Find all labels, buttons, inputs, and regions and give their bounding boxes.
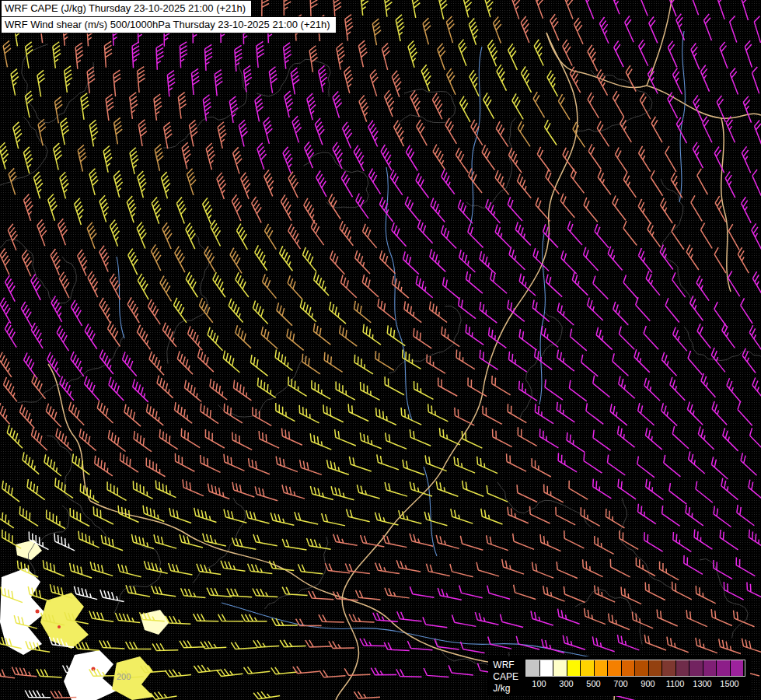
legend-tick: 900 bbox=[641, 679, 655, 688]
legend-swatch bbox=[567, 660, 581, 676]
legend-swatch bbox=[703, 660, 717, 676]
legend-swatch bbox=[676, 660, 690, 676]
legend-scale: 100300500700900110013001500 bbox=[525, 660, 745, 690]
legend-unit-label: J/kg bbox=[493, 683, 518, 695]
legend-swatch bbox=[649, 660, 663, 676]
legend-colorbar bbox=[525, 660, 745, 677]
legend-swatch bbox=[526, 660, 540, 676]
legend-swatch bbox=[731, 660, 745, 676]
weather-map-stage: WRF CAPE (J/kg) Thursday 23-10-2025 21:0… bbox=[0, 0, 761, 700]
legend-swatch bbox=[622, 660, 636, 676]
legend-swatch bbox=[717, 660, 731, 676]
legend-swatch bbox=[662, 660, 676, 676]
title-windshear: WRF Wind shear (m/s) 500/1000hPa Thursda… bbox=[1, 16, 337, 33]
legend-swatch bbox=[635, 660, 649, 676]
legend-swatch bbox=[553, 660, 567, 676]
legend-tick: 700 bbox=[613, 679, 627, 688]
legend-swatch bbox=[595, 660, 609, 676]
legend-tick: 500 bbox=[586, 679, 600, 688]
cape-legend: WRF CAPE J/kg 10030050070090011001300150… bbox=[488, 656, 750, 696]
map-canvas bbox=[0, 0, 761, 700]
legend-variable-label: CAPE bbox=[493, 671, 518, 683]
legend-caption: WRF CAPE J/kg bbox=[493, 660, 518, 695]
legend-swatch bbox=[581, 660, 595, 676]
contour-label: 200 bbox=[117, 672, 131, 681]
legend-swatch bbox=[689, 660, 703, 676]
legend-tick: 1300 bbox=[693, 679, 711, 688]
legend-tick: 300 bbox=[559, 679, 573, 688]
legend-swatch bbox=[540, 660, 554, 676]
legend-tick-labels: 100300500700900110013001500 bbox=[525, 679, 744, 690]
legend-model-label: WRF bbox=[493, 660, 518, 671]
legend-swatch bbox=[608, 660, 622, 676]
legend-tick: 1100 bbox=[666, 679, 685, 688]
legend-tick: 1500 bbox=[720, 679, 738, 688]
title-block: WRF CAPE (J/kg) Thursday 23-10-2025 21:0… bbox=[1, 1, 337, 33]
legend-tick: 100 bbox=[532, 679, 546, 688]
title-cape: WRF CAPE (J/kg) Thursday 23-10-2025 21:0… bbox=[1, 0, 252, 17]
